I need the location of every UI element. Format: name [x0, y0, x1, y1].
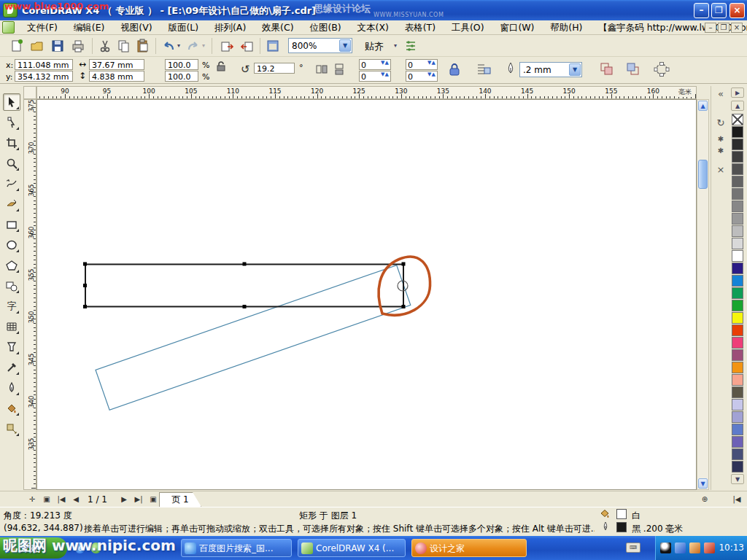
- palette-scroll-down-icon[interactable]: ▼: [731, 474, 744, 484]
- tool-fill[interactable]: [3, 400, 20, 417]
- docker-close-icon[interactable]: ×: [714, 163, 727, 176]
- color-swatch[interactable]: [732, 262, 743, 274]
- redo-dropdown-icon[interactable]: ▾: [202, 42, 205, 49]
- menu-bitmaps[interactable]: 位图(B): [303, 20, 347, 36]
- task-shejizhijia[interactable]: 设计之家: [411, 539, 527, 557]
- next-page-icon[interactable]: ▶: [118, 494, 130, 505]
- task-coreldraw[interactable]: CorelDRAW X4 (...: [298, 539, 406, 557]
- redo-icon[interactable]: [185, 38, 201, 54]
- cut-icon[interactable]: [97, 38, 113, 54]
- color-swatch[interactable]: [732, 411, 743, 423]
- snap-dropdown-icon[interactable]: ▾: [394, 42, 397, 49]
- color-swatch[interactable]: [732, 399, 743, 411]
- tool-interactive-fill[interactable]: [3, 420, 20, 438]
- restore-button[interactable]: ❐: [711, 3, 727, 18]
- tray-volume-icon[interactable]: [689, 542, 700, 553]
- tool-ellipse[interactable]: [3, 236, 20, 254]
- collapse-docker-icon[interactable]: «: [714, 88, 727, 101]
- to-front-icon[interactable]: [626, 62, 640, 77]
- menu-help[interactable]: 帮助(H): [543, 20, 589, 36]
- undo-dropdown-icon[interactable]: ▾: [177, 42, 180, 49]
- tray-network-icon[interactable]: [675, 542, 686, 553]
- tool-pick[interactable]: [3, 93, 20, 111]
- menu-table[interactable]: 表格(T): [398, 20, 442, 36]
- add-page-after-icon[interactable]: ▣: [147, 494, 159, 505]
- width-field[interactable]: 37.67 mm: [89, 59, 144, 70]
- tool-text[interactable]: 字: [3, 298, 20, 315]
- edit-corners-lock-icon[interactable]: [448, 63, 461, 77]
- color-swatch[interactable]: [732, 188, 743, 200]
- task-baidu-search[interactable]: 百度图片搜索_国...: [181, 539, 292, 557]
- scale-lock-icon[interactable]: [216, 61, 226, 71]
- tool-crop[interactable]: [3, 134, 20, 152]
- snap-to-button[interactable]: 贴齐: [365, 40, 384, 53]
- swatch-no-color[interactable]: [732, 114, 743, 125]
- tool-freehand[interactable]: [3, 175, 20, 192]
- menu-view[interactable]: 视图(V): [114, 20, 158, 36]
- color-swatch[interactable]: [732, 151, 743, 163]
- outline-width-dropdown-icon[interactable]: ▼: [569, 63, 581, 76]
- palette-first-icon[interactable]: |◀: [731, 494, 743, 505]
- zoom-level-combo[interactable]: 800% ▼: [288, 38, 352, 53]
- application-launcher-icon[interactable]: [265, 38, 281, 54]
- tool-basic-shapes[interactable]: [3, 277, 20, 295]
- wrap-text-icon[interactable]: [476, 62, 492, 78]
- menu-text[interactable]: 文本(X): [351, 20, 395, 36]
- undo-icon[interactable]: [160, 38, 177, 54]
- paste-icon[interactable]: [135, 38, 151, 54]
- doc-close-button[interactable]: ×: [731, 23, 743, 33]
- color-swatch[interactable]: [732, 201, 743, 212]
- outline-width-combo[interactable]: .2 mm ▼: [519, 62, 582, 77]
- corner-right-spin-icons[interactable]: ▼▲: [427, 61, 436, 66]
- selected-rectangle[interactable]: [85, 265, 403, 307]
- corner-left-spin-icons[interactable]: ▼▲: [381, 61, 389, 66]
- menu-file[interactable]: 文件(F): [20, 20, 64, 36]
- x-position-field[interactable]: 111.048 mm: [15, 59, 73, 70]
- color-swatch[interactable]: [732, 461, 743, 472]
- pan-origin-icon[interactable]: ✛: [26, 494, 38, 505]
- previous-page-icon[interactable]: ◀: [70, 494, 82, 505]
- color-swatch[interactable]: [732, 362, 743, 373]
- tool-eyedropper[interactable]: [3, 359, 20, 376]
- color-swatch[interactable]: [732, 250, 743, 262]
- menu-arrange[interactable]: 排列(A): [208, 20, 252, 36]
- color-swatch[interactable]: [732, 374, 743, 386]
- scroll-down-icon[interactable]: ▼: [698, 478, 708, 489]
- color-swatch[interactable]: [732, 176, 743, 187]
- doc-restore-button[interactable]: ❐: [718, 23, 729, 33]
- transformation-rotate-icon[interactable]: ↻: [714, 117, 727, 130]
- tray-app-icon[interactable]: [704, 542, 715, 553]
- color-swatch[interactable]: [732, 139, 743, 150]
- color-swatch[interactable]: [732, 436, 743, 448]
- y-position-field[interactable]: 354.132 mm: [15, 71, 73, 82]
- menu-window[interactable]: 窗口(W): [493, 20, 541, 36]
- close-button[interactable]: ×: [729, 3, 745, 18]
- color-swatch[interactable]: [732, 324, 743, 336]
- to-back-icon[interactable]: [600, 62, 614, 77]
- menu-effects[interactable]: 效果(C): [255, 20, 300, 36]
- drawing-canvas[interactable]: [36, 99, 697, 490]
- ruler-origin-corner[interactable]: [23, 86, 36, 99]
- zoom-combo-dropdown-icon[interactable]: ▼: [339, 39, 351, 52]
- color-swatch[interactable]: [732, 337, 743, 349]
- print-icon[interactable]: [70, 38, 86, 54]
- transformation-skew-icon[interactable]: ✱: [714, 144, 727, 158]
- color-swatch[interactable]: [732, 213, 743, 225]
- color-swatch[interactable]: [732, 225, 743, 237]
- color-swatch[interactable]: [732, 287, 743, 299]
- palette-scroll-up-icon[interactable]: ▲: [731, 101, 744, 111]
- corner-right2-spin-icons[interactable]: ▼▲: [427, 72, 436, 77]
- color-swatch[interactable]: [732, 275, 743, 287]
- doc-minimize-button[interactable]: –: [705, 23, 716, 33]
- palette-flyout-icon[interactable]: ▶: [731, 88, 744, 98]
- convert-to-curves-icon[interactable]: [654, 61, 670, 77]
- open-icon[interactable]: [29, 38, 45, 54]
- tool-outline-pen[interactable]: [3, 379, 20, 397]
- export-icon[interactable]: [239, 38, 255, 54]
- vertical-ruler[interactable]: 375370365360355350345340335: [23, 99, 36, 490]
- menu-tools[interactable]: 工具(O): [445, 20, 491, 36]
- new-document-icon[interactable]: [9, 38, 25, 54]
- color-swatch[interactable]: [732, 448, 743, 460]
- rotation-angle-field[interactable]: 19.2: [254, 63, 295, 74]
- vertical-scroll-thumb[interactable]: [698, 160, 708, 189]
